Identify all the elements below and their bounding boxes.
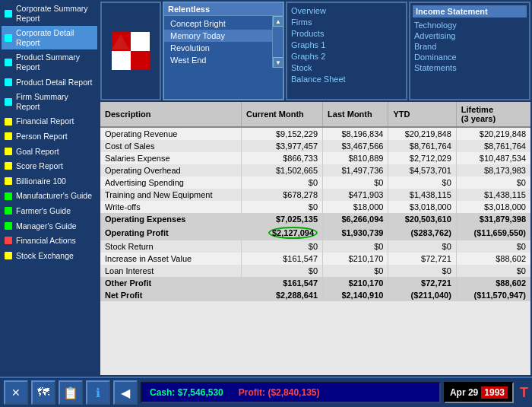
right-item-brand[interactable]: Brand	[413, 41, 527, 52]
right-item-advertising[interactable]: Advertising	[413, 30, 527, 41]
cell-desc-12: Other Profit	[100, 277, 242, 289]
product-item-concept-bright[interactable]: Concept Bright	[164, 17, 272, 30]
product-item-revolution[interactable]: Revolution	[164, 42, 272, 54]
sidebar-item-score[interactable]: Score Report	[2, 159, 97, 173]
table-row-12: Other Profit$161,547$210,170$72,721$88,6…	[100, 277, 530, 289]
cell-current-4: $0	[242, 176, 323, 189]
toolbar-btn-back[interactable]: ◀	[113, 380, 138, 405]
cell-lifetime-13: ($11,570,947)	[456, 289, 530, 301]
toolbar-btn-map[interactable]: 🗺	[31, 380, 55, 405]
cell-last-12: $210,170	[323, 277, 388, 289]
sidebar-bullet-managers	[5, 222, 12, 230]
col-last-month: Last Month	[323, 102, 388, 127]
sidebar-bullet-score	[5, 162, 12, 170]
data-table-container: Description Current Month Last Month YTD…	[100, 102, 530, 375]
cell-current-1: $3,977,457	[242, 140, 323, 152]
table-row-2: Salaries Expense$866,733$810,889$2,712,0…	[100, 152, 530, 164]
sidebar-item-managers[interactable]: Manager's Guide	[2, 219, 97, 234]
col-ytd: YTD	[388, 102, 456, 127]
toolbar-btn-tools[interactable]: ✕	[4, 380, 28, 405]
t-icon: T	[520, 385, 528, 401]
sidebar-item-corporate-detail[interactable]: Corporate Detail Report	[2, 26, 97, 49]
cell-lifetime-1: $8,761,764	[456, 140, 530, 152]
sidebar-label-product-detail: Product Detail Report	[16, 78, 92, 87]
sidebar-item-financial-actions[interactable]: Financial Actions	[2, 234, 97, 248]
cell-desc-7: Operating Expenses	[100, 213, 242, 225]
cell-ytd-2: $2,712,029	[388, 152, 456, 164]
cell-ytd-8: ($283,762)	[388, 225, 456, 240]
nav-item-firms[interactable]: Firms	[290, 17, 404, 27]
sidebar-item-person[interactable]: Person Report	[2, 129, 97, 144]
cell-current-0: $9,152,229	[242, 127, 323, 140]
product-item-memory-today[interactable]: Memory Today	[164, 30, 272, 42]
products-list: Concept BrightMemory TodayRevolutionWest…	[164, 16, 272, 68]
sidebar-bullet-corporate-detail	[5, 34, 12, 42]
cell-desc-13: Net Profit	[100, 289, 242, 301]
sidebar-item-farmers[interactable]: Farmer's Guide	[2, 204, 97, 218]
sidebar-bullet-goal	[5, 148, 12, 155]
scroll-down-btn[interactable]: ▼	[273, 57, 283, 68]
status-profit: Profit: ($2,840,135)	[239, 387, 320, 398]
cell-ytd-4: $0	[388, 176, 456, 189]
nav-item-overview[interactable]: Overview	[290, 5, 404, 16]
sidebar-bullet-corporate-summary	[5, 10, 12, 17]
cell-desc-8: Operating Profit	[100, 225, 242, 240]
cell-current-10: $161,547	[242, 253, 323, 265]
sidebar-bullet-billionaire	[5, 177, 12, 185]
nav-item-products[interactable]: Products	[290, 28, 404, 39]
toolbar-btn-report[interactable]: 📋	[59, 380, 83, 405]
nav-item-stock[interactable]: Stock	[290, 62, 404, 73]
cell-desc-2: Salaries Expense	[100, 152, 242, 164]
cell-current-11: $0	[242, 265, 323, 277]
cell-lifetime-7: $31,879,398	[456, 213, 530, 225]
nav-item-graphs-2[interactable]: Graphs 2	[290, 51, 404, 62]
toolbar-btn-info[interactable]: ℹ	[86, 380, 110, 405]
product-item-west-end[interactable]: West End	[164, 54, 272, 66]
table-row-9: Stock Return$0$0$0$0	[100, 240, 530, 253]
cell-ytd-3: $4,573,701	[388, 164, 456, 176]
cell-ytd-10: $72,721	[388, 253, 456, 265]
cell-ytd-0: $20,219,848	[388, 127, 456, 140]
cell-last-4: $0	[323, 176, 388, 189]
main-container: Corporate Summary ReportCorporate Detail…	[0, 0, 532, 407]
right-item-technology[interactable]: Technology	[413, 20, 527, 30]
cell-current-5: $678,278	[242, 189, 323, 201]
status-section: Cash: $7,546,530 Profit: ($2,840,135)	[141, 382, 441, 403]
cell-ytd-9: $0	[388, 240, 456, 253]
sidebar-item-billionaire[interactable]: Billionaire 100	[2, 174, 97, 189]
scroll-up-btn[interactable]: ▲	[273, 16, 283, 27]
table-row-13: Net Profit$2,288,641$2,140,910($211,040)…	[100, 289, 530, 301]
table-body: Operating Revenue$9,152,229$8,196,834$20…	[100, 127, 530, 301]
table-row-6: Write-offs$0$18,000$3,018,000$3,018,000	[100, 201, 530, 213]
sidebar-label-stock-exchange: Stock Exchange	[16, 251, 74, 261]
table-row-11: Loan Interest$0$0$0$0	[100, 265, 530, 277]
nav-item-balance-sheet[interactable]: Balance Sheet	[290, 74, 404, 84]
sidebar-item-manufacturers[interactable]: Manufacturer's Guide	[2, 189, 97, 203]
sidebar-item-financial[interactable]: Financial Report	[2, 114, 97, 129]
col-lifetime: Lifetime(3 years)	[456, 102, 530, 127]
cell-last-13: $2,140,910	[323, 289, 388, 301]
sidebar-item-product-detail[interactable]: Product Detail Report	[2, 75, 97, 90]
svg-rect-3	[131, 51, 150, 70]
sidebar-item-firm-summary[interactable]: Firm Summary Report	[2, 90, 97, 113]
nav-item-graphs-1[interactable]: Graphs 1	[290, 40, 404, 50]
cell-last-1: $3,467,566	[323, 140, 388, 152]
cell-desc-1: Cost of Sales	[100, 140, 242, 152]
cell-desc-6: Write-offs	[100, 201, 242, 213]
right-item-dominance[interactable]: Dominance	[413, 52, 527, 62]
sidebar-item-goal[interactable]: Goal Report	[2, 145, 97, 159]
svg-rect-1	[131, 32, 150, 51]
cell-lifetime-0: $20,219,848	[456, 127, 530, 140]
products-list-wrapper: Concept BrightMemory TodayRevolutionWest…	[164, 16, 272, 68]
sidebar-bullet-manufacturers	[5, 192, 12, 200]
cell-last-3: $1,497,736	[323, 164, 388, 176]
cell-ytd-7: $20,503,610	[388, 213, 456, 225]
sidebar-item-stock-exchange[interactable]: Stock Exchange	[2, 249, 97, 263]
sidebar-label-manufacturers: Manufacturer's Guide	[16, 191, 92, 201]
right-item-statements[interactable]: Statements	[413, 62, 527, 73]
cell-current-3: $1,502,665	[242, 164, 323, 176]
sidebar-item-corporate-summary[interactable]: Corporate Summary Report	[2, 2, 97, 25]
sidebar-bullet-financial-actions	[5, 237, 12, 244]
sidebar-item-product-summary[interactable]: Product Summary Report	[2, 50, 97, 74]
sidebar-label-goal: Goal Report	[16, 147, 59, 157]
